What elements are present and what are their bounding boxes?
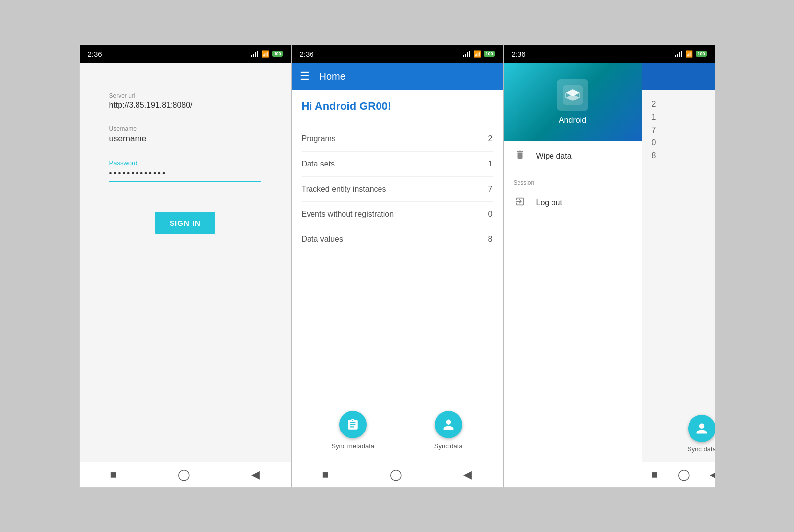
phone-drawer: 2:36 📶 100 [503,44,715,488]
fab-metadata-icon [339,411,367,438]
s3-fab-sync-data[interactable]: Sync data [688,415,715,453]
session-section-label: Session [504,171,642,188]
fab-data-icon [435,411,462,438]
drawer-app-icon [557,79,588,111]
status-icons-3: 📶 100 [675,50,706,58]
stat-label-3: Events without registration [302,210,394,219]
nav-circle-3[interactable]: ◯ [668,468,700,481]
phone-login: 2:36 📶 100 Server url Username Password … [79,44,291,488]
password-label: Password [109,159,261,166]
fab-metadata-label: Sync metadata [331,442,374,450]
phone-home: 2:36 📶 100 ☰ Home Hi Android GR00! [291,44,503,488]
logout-icon [514,196,526,210]
stat-label-2: Tracked entity instances [302,185,386,194]
stats-item-programs: Programs 2 [302,127,493,152]
stat-value-3: 0 [488,210,493,219]
wifi-icon-2: 📶 [473,50,481,58]
screen3-main-wrap: 2 1 7 0 8 Sync data [642,63,715,487]
status-bar-2: 2:36 📶 100 [292,45,503,63]
server-url-label: Server url [109,92,261,99]
stat-label-0: Programs [302,134,336,143]
stat-value-2: 7 [488,185,493,194]
drawer-log-out[interactable]: Log out [504,188,642,218]
username-label: Username [109,125,261,132]
signal-icon-1 [251,50,258,57]
bottom-nav-1: ■ ◯ ◀ [80,462,291,487]
nav-back-2[interactable]: ◀ [453,468,482,481]
fab-sync-metadata[interactable]: Sync metadata [331,411,374,450]
status-icons-1: 📶 100 [251,50,282,58]
stats-item-datavalues: Data values 8 [302,227,493,252]
signal-icon-2 [463,50,470,57]
nav-back-1[interactable]: ◀ [242,468,270,481]
stat-value-1: 1 [488,160,493,168]
drawer-panel: Android Wipe data Session [504,63,642,487]
drawer-wipe-data[interactable]: Wipe data [504,141,642,171]
drawer-container: Android Wipe data Session [504,63,715,487]
sign-in-button[interactable]: SIGN IN [155,212,215,234]
nav-circle-1[interactable]: ◯ [168,468,200,481]
phones-container: 2:36 📶 100 Server url Username Password … [79,44,715,488]
screen3-stats: 2 1 7 0 8 [652,100,715,160]
time-2: 2:36 [300,50,314,58]
time-3: 2:36 [512,50,526,58]
fab-sync-data[interactable]: Sync data [434,411,463,450]
home-body: Hi Android GR00! Programs 2 Data sets 1 … [292,90,503,462]
svg-rect-5 [518,151,521,152]
fab-row: Sync metadata Sync data [292,411,503,450]
drawer-header: Android [504,63,642,141]
s3-val-4: 8 [652,151,715,160]
status-bar-3: 2:36 📶 100 [504,45,715,63]
stats-item-events: Events without registration 0 [302,202,493,227]
wipe-data-label: Wipe data [536,152,572,161]
nav-square-2[interactable]: ■ [312,468,339,481]
wifi-icon-1: 📶 [261,50,269,58]
toolbar-title-home: Home [319,71,345,82]
stat-label-1: Data sets [302,160,335,168]
login-form-body: Server url Username Password SIGN IN [80,63,291,462]
nav-back-3[interactable]: ◀ [700,468,715,481]
wifi-icon-3: 📶 [685,50,693,58]
server-url-input[interactable] [109,101,261,113]
status-bar-1: 2:36 📶 100 [80,45,291,63]
s3-val-0: 2 [652,100,715,109]
time-1: 2:36 [88,50,102,58]
screen3-content: 2 1 7 0 8 [642,90,715,462]
s3-fab-icon [688,415,715,442]
battery-3: 100 [696,51,706,57]
nav-square-1[interactable]: ■ [101,468,127,481]
bottom-nav-2: ■ ◯ ◀ [292,462,503,487]
bottom-nav-3: ■ ◯ ◀ [642,462,715,487]
screen3-toolbar [642,63,715,90]
password-input[interactable] [109,168,261,182]
hamburger-icon[interactable]: ☰ [300,71,310,82]
nav-square-3[interactable]: ■ [642,468,668,481]
stat-label-4: Data values [302,235,344,244]
signal-icon-3 [675,50,682,57]
s3-val-1: 1 [652,113,715,122]
s3-val-3: 0 [652,138,715,147]
stat-value-0: 2 [488,134,493,143]
stats-item-datasets: Data sets 1 [302,152,493,177]
s3-val-2: 7 [652,126,715,134]
greeting-text: Hi Android GR00! [302,100,493,113]
username-input[interactable] [109,134,261,147]
s3-fab-label: Sync data [688,445,715,453]
home-toolbar: ☰ Home [292,63,503,90]
status-icons-2: 📶 100 [463,50,494,58]
nav-circle-2[interactable]: ◯ [380,468,412,481]
stat-value-4: 8 [488,235,493,244]
battery-2: 100 [484,51,494,57]
fab-data-label: Sync data [434,442,463,450]
battery-1: 100 [272,51,282,57]
stats-item-tei: Tracked entity instances 7 [302,177,493,202]
log-out-label: Log out [536,199,562,207]
wipe-data-icon [514,149,526,163]
stats-list: Programs 2 Data sets 1 Tracked entity in… [302,127,493,252]
drawer-app-name: Android [559,116,586,125]
